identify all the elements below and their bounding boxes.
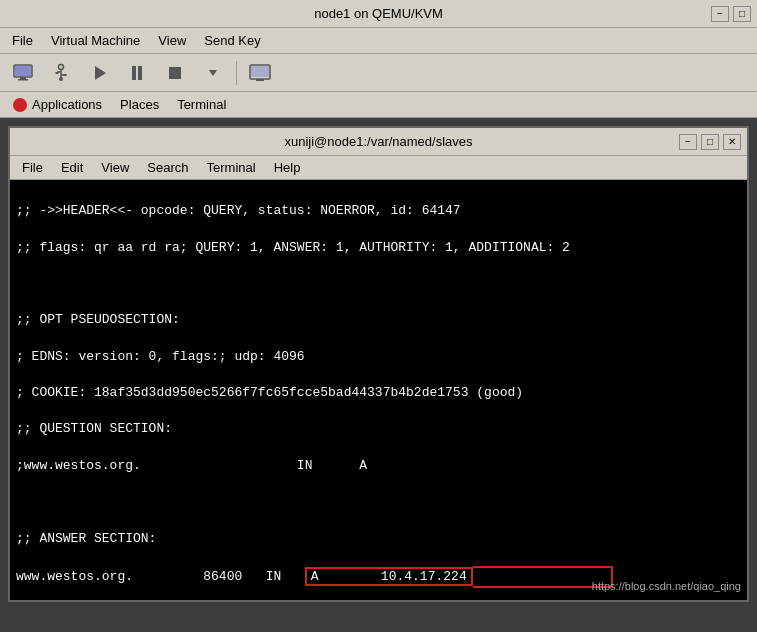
pause-icon bbox=[126, 62, 148, 84]
svg-marker-15 bbox=[209, 70, 217, 76]
toolbar bbox=[0, 54, 757, 92]
svg-rect-1 bbox=[20, 77, 26, 79]
terminal-answer-row: www.westos.org. 86400 IN A 10.4.17.224 bbox=[16, 569, 613, 584]
svg-marker-11 bbox=[95, 66, 106, 80]
terminal-menu-search[interactable]: Search bbox=[139, 158, 196, 177]
terminal-line-1: ;; ->>HEADER<<- opcode: QUERY, status: N… bbox=[16, 203, 461, 218]
app-bar-applications[interactable]: Applications bbox=[4, 95, 110, 115]
terminal-line-3 bbox=[16, 276, 24, 291]
terminal-line-2: ;; flags: qr aa rd ra; QUERY: 1, ANSWER:… bbox=[16, 240, 570, 255]
app-bar: Applications Places Terminal bbox=[0, 92, 757, 118]
terminal-title: xuniji@node1:/var/named/slaves bbox=[284, 134, 472, 149]
svg-point-4 bbox=[59, 64, 64, 69]
svg-rect-8 bbox=[56, 72, 59, 74]
terminal-line-9 bbox=[16, 494, 24, 509]
terminal-title-bar: xuniji@node1:/var/named/slaves − □ ✕ bbox=[10, 128, 747, 156]
outer-maximize-button[interactable]: □ bbox=[733, 6, 751, 22]
outer-title-bar: node1 on QEMU/KVM − □ bbox=[0, 0, 757, 28]
display-icon bbox=[249, 62, 271, 84]
terminal-minimize-button[interactable]: − bbox=[679, 134, 697, 150]
monitor-icon bbox=[12, 62, 34, 84]
svg-rect-12 bbox=[132, 66, 136, 80]
terminal-answer-prefix: www.westos.org. 86400 IN bbox=[16, 569, 305, 584]
view-button[interactable] bbox=[243, 58, 277, 88]
applications-icon bbox=[12, 97, 28, 113]
terminal-line-6: ; COOKIE: 18af35d3dd950ec5266f7fc65fcce5… bbox=[16, 385, 523, 400]
svg-rect-17 bbox=[256, 79, 264, 81]
terminal-line-8: ;www.westos.org. IN A bbox=[16, 458, 367, 473]
outer-menu-send-key[interactable]: Send Key bbox=[196, 31, 268, 50]
outer-menu-file[interactable]: File bbox=[4, 31, 41, 50]
terminal-answer-highlight: A 10.4.17.224 bbox=[305, 567, 473, 586]
outer-window-controls: − □ bbox=[711, 6, 751, 22]
svg-rect-14 bbox=[169, 67, 181, 79]
toolbar-separator bbox=[236, 61, 237, 85]
terminal-content[interactable]: ;; ->>HEADER<<- opcode: QUERY, status: N… bbox=[10, 180, 747, 600]
play-icon bbox=[88, 62, 110, 84]
terminal-window: xuniji@node1:/var/named/slaves − □ ✕ Fil… bbox=[8, 126, 749, 602]
svg-rect-18 bbox=[251, 66, 269, 77]
svg-point-19 bbox=[13, 98, 27, 112]
usb-button[interactable] bbox=[44, 58, 78, 88]
pause-button[interactable] bbox=[120, 58, 154, 88]
app-bar-places[interactable]: Places bbox=[112, 95, 167, 114]
terminal-menu-bar: File Edit View Search Terminal Help bbox=[10, 156, 747, 180]
terminal-menu-file[interactable]: File bbox=[14, 158, 51, 177]
terminal-window-controls: − □ ✕ bbox=[679, 134, 741, 150]
outer-menu-virtual-machine[interactable]: Virtual Machine bbox=[43, 31, 148, 50]
chevron-down-icon bbox=[206, 66, 220, 80]
monitor-button[interactable] bbox=[6, 58, 40, 88]
terminal-line-7: ;; QUESTION SECTION: bbox=[16, 421, 172, 436]
terminal-line-5: ; EDNS: version: 0, flags:; udp: 4096 bbox=[16, 349, 305, 364]
terminal-line-10: ;; ANSWER SECTION: bbox=[16, 531, 156, 546]
outer-minimize-button[interactable]: − bbox=[711, 6, 729, 22]
svg-rect-13 bbox=[138, 66, 142, 80]
toolbar-dropdown-button[interactable] bbox=[196, 58, 230, 88]
terminal-menu-view[interactable]: View bbox=[93, 158, 137, 177]
outer-menu-bar: File Virtual Machine View Send Key bbox=[0, 28, 757, 54]
outer-window-title: node1 on QEMU/KVM bbox=[314, 6, 443, 21]
app-bar-terminal[interactable]: Terminal bbox=[169, 95, 234, 114]
terminal-line-4: ;; OPT PSEUDOSECTION: bbox=[16, 312, 180, 327]
terminal-maximize-button[interactable]: □ bbox=[701, 134, 719, 150]
usb-icon bbox=[50, 62, 72, 84]
stop-icon bbox=[164, 62, 186, 84]
watermark: https://blog.csdn.net/qiao_qing bbox=[592, 579, 741, 594]
terminal-menu-help[interactable]: Help bbox=[266, 158, 309, 177]
outer-menu-view[interactable]: View bbox=[150, 31, 194, 50]
svg-rect-9 bbox=[64, 74, 67, 76]
stop-button[interactable] bbox=[158, 58, 192, 88]
svg-point-10 bbox=[59, 77, 63, 81]
terminal-close-button[interactable]: ✕ bbox=[723, 134, 741, 150]
play-button[interactable] bbox=[82, 58, 116, 88]
applications-label: Applications bbox=[32, 97, 102, 112]
terminal-menu-edit[interactable]: Edit bbox=[53, 158, 91, 177]
terminal-menu-terminal[interactable]: Terminal bbox=[199, 158, 264, 177]
svg-rect-2 bbox=[18, 79, 28, 81]
svg-rect-3 bbox=[15, 66, 31, 76]
